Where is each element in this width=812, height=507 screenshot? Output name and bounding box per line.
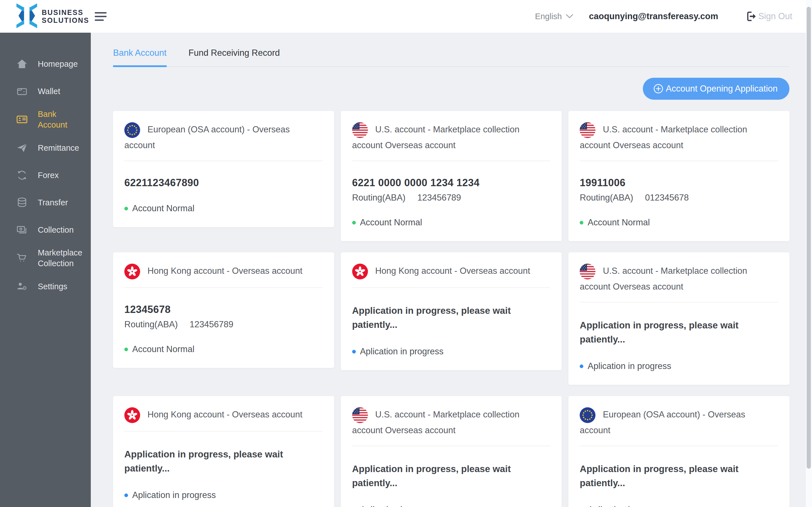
- language-selector[interactable]: English: [535, 12, 573, 21]
- status-text: Aplication in progress: [132, 490, 216, 500]
- flag-icon: [352, 122, 368, 138]
- coins-icon: [16, 196, 28, 209]
- flag-icon: [580, 264, 596, 279]
- account-card-title: European (OSA account) - Overseas accoun…: [580, 407, 778, 438]
- sidebar-item-wallet[interactable]: Wallet: [0, 77, 91, 105]
- account-number: 6221 0000 0000 1234 1234: [352, 177, 551, 189]
- user-gear-icon: [16, 280, 28, 293]
- account-status: Account Normal: [580, 217, 778, 228]
- forex-icon: [16, 169, 28, 181]
- account-card-title: U.S. account - Marketplace collection ac…: [580, 264, 778, 294]
- sidebar-item-label: Remittance: [38, 143, 79, 153]
- status-dot-icon: [352, 221, 356, 224]
- status-text: Aplication in progress: [588, 361, 671, 371]
- status-dot-icon: [580, 221, 583, 224]
- account-status: Aplication in progress: [580, 505, 778, 507]
- sidebar-item-forex[interactable]: Forex: [0, 161, 91, 189]
- account-status: Account Normal: [352, 217, 551, 228]
- status-text: Account Normal: [132, 203, 195, 214]
- account-card-8: U.S. account - Marketplace collection ac…: [341, 396, 562, 507]
- bank-account-icon: [16, 113, 28, 126]
- status-dot-icon: [580, 364, 583, 368]
- us-flag-icon: [580, 264, 596, 279]
- status-text: Account Normal: [132, 344, 195, 354]
- account-status: Aplication in progress: [352, 505, 551, 507]
- sidebar-item-label: Collection: [38, 224, 73, 235]
- account-number: 6221123467890: [124, 177, 323, 189]
- flag-icon: [124, 264, 140, 279]
- eu-flag-icon: [124, 122, 140, 138]
- account-opening-application-button[interactable]: Account Opening Application: [643, 78, 790, 100]
- account-card-title: U.S. account - Marketplace collection ac…: [352, 122, 551, 153]
- menu-icon[interactable]: [95, 12, 107, 21]
- sign-out-button[interactable]: Sign Out: [745, 10, 792, 22]
- card-divider: [580, 302, 778, 302]
- sidebar-item-label: Homepage: [38, 59, 78, 69]
- card-divider: [352, 161, 551, 161]
- sidebar-item-label: Bank Account: [38, 109, 85, 130]
- sidebar-item-label: Transfer: [38, 197, 68, 208]
- sidebar-item-label: Wallet: [38, 86, 60, 97]
- routing-row: Routing(ABA) 012345678: [580, 193, 778, 203]
- flag-icon: [580, 122, 596, 138]
- account-card-title: Hong Kong account - Overseas account: [124, 407, 323, 423]
- account-card-2: U.S. account - Marketplace collection ac…: [341, 111, 562, 241]
- status-text: Account Normal: [588, 217, 650, 228]
- flag-icon: [352, 264, 368, 279]
- account-card-title: Hong Kong account - Overseas account: [124, 264, 323, 279]
- sidebar-item-settings[interactable]: Settings: [0, 273, 91, 300]
- routing-row: Routing(ABA) 123456789: [352, 193, 551, 203]
- tab-fund-receiving-record[interactable]: Fund Receiving Record: [189, 48, 280, 67]
- scrollbar-thumb[interactable]: [807, 7, 811, 469]
- cart-icon: [16, 252, 28, 264]
- tab-bank-account[interactable]: Bank Account: [113, 48, 167, 67]
- wallet-icon: [16, 85, 28, 98]
- status-text: Aplication in progress: [588, 505, 671, 507]
- scrollbar-track[interactable]: [806, 0, 812, 507]
- card-divider: [580, 446, 778, 446]
- account-card-4: Hong Kong account - Overseas account 123…: [113, 252, 334, 368]
- account-status: Aplication in progress: [580, 361, 778, 371]
- routing-label: Routing(ABA): [352, 193, 406, 203]
- application-message: Application in progress, please wait pat…: [580, 318, 778, 346]
- sidebar-item-homepage[interactable]: Homepage: [0, 50, 91, 77]
- routing-label: Routing(ABA): [580, 193, 633, 203]
- sidebar-item-transfer[interactable]: Transfer: [0, 189, 91, 216]
- status-text: Aplication in progress: [360, 346, 444, 356]
- user-email: caoqunying@transfereasy.com: [589, 11, 718, 21]
- account-card-3: U.S. account - Marketplace collection ac…: [568, 111, 790, 241]
- account-card-title: U.S. account - Marketplace collection ac…: [352, 407, 551, 438]
- flag-icon: [124, 122, 140, 138]
- eu-flag-icon: [580, 407, 596, 423]
- status-dot-icon: [124, 494, 128, 497]
- tab-bar: Bank AccountFund Receiving Record: [113, 48, 790, 67]
- account-opening-application-label: Account Opening Application: [666, 83, 777, 94]
- sidebar-item-remittance[interactable]: Remittance: [0, 134, 91, 161]
- collection-icon: [16, 224, 28, 236]
- account-number: 19911006: [580, 177, 778, 189]
- routing-label: Routing(ABA): [124, 320, 178, 330]
- plus-circle-icon: [653, 83, 664, 94]
- sidebar-item-marketplace-collection[interactable]: Marketplace Collection: [0, 243, 91, 273]
- language-label: English: [535, 12, 562, 21]
- us-flag-icon: [580, 122, 596, 138]
- hk-flag-icon: [124, 264, 140, 279]
- status-dot-icon: [352, 350, 356, 353]
- sidebar-item-bank-account[interactable]: Bank Account: [0, 105, 91, 134]
- status-dot-icon: [124, 207, 128, 210]
- account-cards-grid: European (OSA account) - Overseas accoun…: [113, 111, 790, 507]
- brand-name: BUSINESS SOLUTIONS: [42, 8, 89, 24]
- account-card-title: Hong Kong account - Overseas account: [352, 264, 551, 279]
- application-message: Application in progress, please wait pat…: [352, 462, 551, 490]
- card-divider: [352, 446, 551, 446]
- account-card-7: Hong Kong account - Overseas account App…: [113, 396, 334, 507]
- brand-logo: BUSINESS SOLUTIONS: [0, 3, 107, 29]
- card-divider: [124, 161, 323, 161]
- status-text: Aplication in progress: [360, 505, 444, 507]
- routing-value: 123456789: [417, 193, 461, 203]
- hk-flag-icon: [352, 264, 368, 279]
- sidebar-item-collection[interactable]: Collection: [0, 216, 91, 243]
- sidebar-item-label: Marketplace Collection: [38, 247, 85, 269]
- us-flag-icon: [352, 407, 368, 423]
- account-status: Account Normal: [124, 344, 323, 354]
